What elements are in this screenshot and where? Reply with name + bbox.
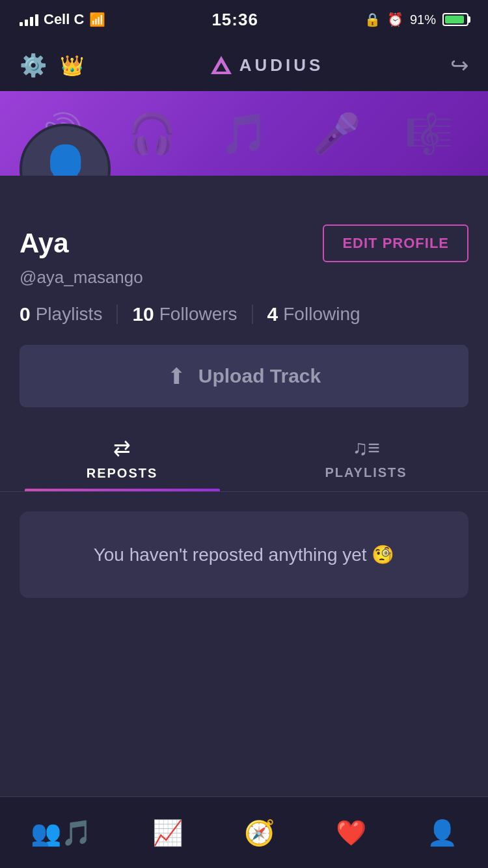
profile-header-banner: 🔊 🎧 🎵 🎤 🎼 👤 xyxy=(0,91,488,176)
edit-profile-button[interactable]: EDIT PROFILE xyxy=(323,224,468,262)
profile-info: Aya EDIT PROFILE @aya_masango 0 Playlist… xyxy=(0,176,488,420)
empty-state-message: You haven't reposted anything yet 🧐 xyxy=(94,544,395,565)
nav-item-explore[interactable]: 🧭 xyxy=(244,819,275,847)
upload-track-label: Upload Track xyxy=(198,365,321,387)
audius-brand-name: AUDIUS xyxy=(239,55,324,75)
playlists-label: Playlists xyxy=(36,304,103,325)
share-icon[interactable]: ↪ xyxy=(450,52,468,78)
status-right: 🔒 ⏰ 91% xyxy=(364,12,468,27)
profile-name: Aya xyxy=(20,228,69,259)
playlists-icon: ♫≡ xyxy=(352,436,380,460)
tab-reposts-label: REPOSTS xyxy=(87,466,158,481)
following-label: Following xyxy=(283,304,360,325)
crown-icon[interactable]: 👑 xyxy=(60,54,84,77)
content-area: You haven't reposted anything yet 🧐 xyxy=(0,492,488,752)
tab-reposts[interactable]: ⇄ REPOSTS xyxy=(0,420,244,491)
upload-track-button[interactable]: ⬆ Upload Track xyxy=(20,345,468,407)
nav-item-favorites[interactable]: ❤️ xyxy=(336,819,366,847)
followers-count: 10 xyxy=(132,303,154,325)
feed-icon: 👥🎵 xyxy=(31,819,92,847)
lock-icon: 🔒 xyxy=(364,12,381,27)
playlists-stat[interactable]: 0 Playlists xyxy=(20,303,102,325)
nav-item-profile[interactable]: 👤 xyxy=(427,819,457,847)
profile-name-row: Aya EDIT PROFILE xyxy=(20,224,468,262)
empty-state-card: You haven't reposted anything yet 🧐 xyxy=(20,511,468,598)
followers-stat[interactable]: 10 Followers xyxy=(132,303,237,325)
nav-item-feed[interactable]: 👥🎵 xyxy=(31,819,92,847)
playlists-count: 0 xyxy=(20,303,31,325)
upload-icon: ⬆ xyxy=(167,363,185,389)
status-bar: Cell C 📶 15:36 🔒 ⏰ 91% xyxy=(0,0,488,39)
reposts-icon: ⇄ xyxy=(113,436,131,461)
wifi-icon: 📶 xyxy=(89,12,105,27)
favorites-icon: ❤️ xyxy=(336,819,366,847)
profile-handle: @aya_masango xyxy=(20,267,468,288)
nav-item-trending[interactable]: 📈 xyxy=(152,819,183,847)
tab-playlists-label: PLAYLISTS xyxy=(325,465,407,480)
top-nav: ⚙️ 👑 AUDIUS ↪ xyxy=(0,39,488,91)
carrier-label: Cell C xyxy=(44,11,84,28)
explore-icon: 🧭 xyxy=(244,819,275,847)
nav-left: ⚙️ 👑 xyxy=(20,52,84,78)
followers-label: Followers xyxy=(159,304,237,325)
trending-icon: 📈 xyxy=(152,819,183,847)
profile-nav-icon: 👤 xyxy=(427,819,457,847)
alarm-icon: ⏰ xyxy=(387,12,403,27)
bottom-nav: 👥🎵 📈 🧭 ❤️ 👤 xyxy=(0,796,488,868)
settings-icon[interactable]: ⚙️ xyxy=(20,52,47,78)
avatar-icon: 👤 xyxy=(37,142,94,176)
stat-divider-2 xyxy=(252,305,253,324)
following-stat[interactable]: 4 Following xyxy=(267,303,360,325)
battery-icon xyxy=(442,13,468,26)
audius-logo: AUDIUS xyxy=(211,55,324,75)
status-left: Cell C 📶 xyxy=(20,11,105,28)
tabs-container: ⇄ REPOSTS ♫≡ PLAYLISTS xyxy=(0,420,488,492)
battery-percent: 91% xyxy=(410,12,436,27)
signal-icon xyxy=(20,13,38,26)
profile-stats: 0 Playlists 10 Followers 4 Following xyxy=(20,303,468,325)
following-count: 4 xyxy=(267,303,278,325)
audius-triangle-icon xyxy=(211,56,232,74)
tab-playlists[interactable]: ♫≡ PLAYLISTS xyxy=(244,420,488,491)
stat-divider-1 xyxy=(116,305,118,324)
time-display: 15:36 xyxy=(211,10,258,30)
